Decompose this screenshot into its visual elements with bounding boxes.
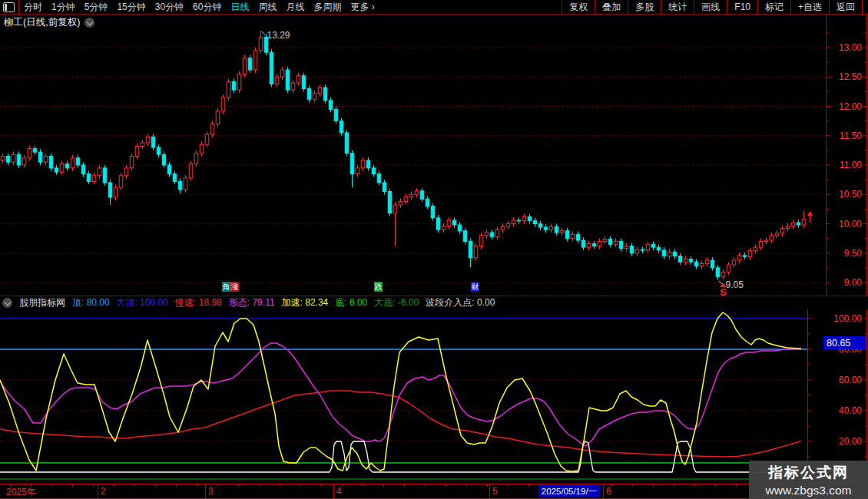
candle [512, 217, 515, 226]
menu-item-tool[interactable]: 画线 [694, 0, 727, 15]
menu-item-period[interactable]: 多周期 [309, 1, 346, 14]
candlestick-chart: 13.0012.5012.0011.5011.0010.5010.009.509… [0, 14, 868, 296]
candle [447, 217, 451, 229]
candle [388, 189, 392, 216]
high-price-label: 13.29 [267, 30, 290, 41]
candle [700, 261, 704, 269]
candle [743, 253, 747, 259]
menu-item-period[interactable]: 60分钟 [188, 1, 226, 14]
candle [770, 233, 774, 243]
timeline-axis[interactable]: 2025年234562025/05/19/一 [0, 484, 868, 499]
event-marker[interactable]: 跌 [374, 282, 383, 292]
candle [124, 165, 128, 179]
menu-item-period[interactable]: 1分钟 [47, 1, 80, 14]
candle [587, 241, 591, 250]
candle [221, 94, 225, 114]
menu-item-period[interactable]: 日线 [226, 1, 253, 14]
timeline-tick [259, 484, 260, 487]
chevron-down-icon[interactable] [2, 298, 12, 308]
menu-item-tool[interactable]: 复权 [562, 0, 595, 15]
candle [549, 224, 553, 233]
timeline-tick [134, 484, 135, 487]
candle [114, 184, 118, 200]
candle [635, 246, 639, 256]
indicator-field: 形态: 79.11 [229, 296, 275, 309]
timeline-tick [51, 484, 52, 487]
candle [495, 226, 499, 240]
timeline-tick [446, 484, 446, 487]
event-marker[interactable]: 涨 [230, 282, 239, 292]
menu-item-period[interactable]: 15分钟 [112, 1, 150, 14]
menu-item-period[interactable]: 5分钟 [80, 1, 113, 14]
candle [399, 199, 403, 208]
menu-item-tool[interactable]: 叠加 [595, 0, 628, 15]
candle [232, 79, 236, 93]
candle [313, 91, 316, 102]
candle [469, 239, 472, 267]
candle [280, 67, 284, 80]
menu-item-tool[interactable]: +自选 [790, 0, 829, 15]
candle [49, 154, 53, 171]
signal-marker-s: S [720, 286, 727, 296]
candle [22, 155, 26, 168]
event-marker[interactable]: 财 [471, 282, 479, 292]
candle [775, 230, 779, 239]
month-divider [333, 484, 334, 498]
series-slow-red [0, 391, 801, 457]
candle [44, 154, 48, 165]
candle [404, 193, 408, 204]
menu-item-tool[interactable]: 返回 [829, 0, 863, 15]
candle [684, 256, 687, 265]
candle [614, 239, 618, 247]
timeline-tick [653, 484, 654, 487]
menu-item-period[interactable]: 30分钟 [151, 1, 188, 14]
candle [377, 171, 381, 186]
candle [409, 191, 413, 200]
candle [727, 262, 731, 275]
candle [167, 162, 171, 177]
menu-item-tool[interactable]: 标记 [757, 0, 790, 15]
menu-item-tool[interactable]: 统计 [661, 0, 694, 15]
candle [55, 165, 58, 175]
indicator-panel-chart: 100.0080.0060.0040.0020.0080.65 [0, 309, 868, 484]
menu-item-tool[interactable]: 多股 [628, 0, 661, 15]
candle [38, 149, 42, 165]
period-menu: 分时1分钟5分钟15分钟30分钟60分钟日线周线月线多周期更多 › [19, 1, 379, 14]
indicator-axis-label: 20.00 [839, 436, 862, 447]
candle [141, 140, 144, 149]
timeline-tick [197, 484, 197, 487]
month-divider [98, 484, 98, 498]
candle [452, 217, 456, 228]
indicator-title[interactable]: 股朋指标网 [19, 296, 65, 309]
candle [646, 241, 650, 253]
candle [65, 161, 69, 171]
menu-item-period[interactable]: 分时 [19, 1, 47, 14]
candle [732, 257, 736, 268]
candle [431, 203, 435, 221]
menu-item-period[interactable]: 周线 [253, 1, 281, 14]
price-axis-label: 11.00 [840, 160, 862, 170]
timeline-tick [487, 484, 488, 487]
candle [759, 239, 763, 250]
candle [216, 108, 220, 127]
candle [624, 243, 628, 252]
candle [668, 249, 671, 259]
candle [345, 130, 349, 156]
event-marker[interactable]: 角 [222, 282, 230, 292]
menu-item-tool[interactable]: F10 [727, 0, 757, 15]
candle [178, 179, 182, 193]
candle [571, 231, 575, 241]
candle [581, 237, 585, 250]
watermark-title: 指标公式网 [749, 463, 868, 483]
window-panel-icon[interactable] [3, 2, 15, 12]
candle [243, 55, 247, 77]
candle [560, 228, 564, 236]
candle [334, 107, 338, 124]
indicator-field: 慢速: 18.98 [175, 296, 222, 309]
candle [420, 188, 424, 202]
timeline-tick [93, 484, 94, 487]
candle [108, 180, 112, 205]
candle [366, 157, 370, 171]
menu-item-period[interactable]: 更多 › [346, 1, 379, 14]
menu-item-period[interactable]: 月线 [281, 1, 309, 14]
